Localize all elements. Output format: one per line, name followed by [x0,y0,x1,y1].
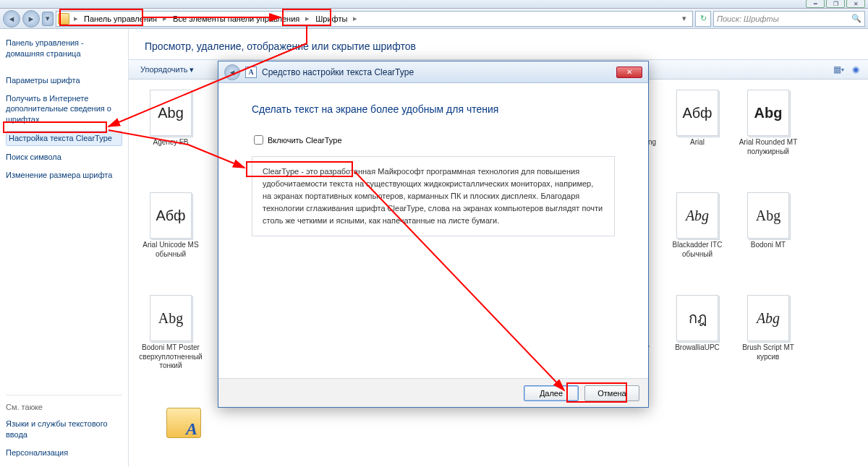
font-item[interactable]: АбфArial Unicode MS обычный [136,192,205,291]
cleartype-dialog: ◄ A Средство настройки текста ClearType … [218,61,649,408]
breadcrumb-item[interactable]: Все элементы панели управления [170,13,302,25]
font-thumbnail: Абф [676,90,718,136]
help-button[interactable]: ◉ [849,63,862,76]
font-thumbnail: Abg [150,90,192,136]
maximize-button[interactable]: ❐ [826,0,845,8]
refresh-button[interactable]: ↻ [695,11,711,27]
view-mode-button[interactable]: ▦▾ [832,63,845,76]
font-item[interactable]: AbgBodoni MT [733,192,803,291]
dialog-footer: Далее Отмена [218,378,648,407]
font-item[interactable]: AbgArial Rounded MT полужирный [733,90,803,188]
breadcrumb-item[interactable]: Панель управления [81,13,160,25]
font-thumbnail: Абф [150,192,192,239]
organize-label: Упорядочить [140,65,187,74]
close-button[interactable]: ✕ [846,0,865,8]
chevron-icon[interactable]: ▸ [352,14,359,23]
font-item[interactable]: AbgBlackadder ITC обычный [663,192,732,291]
organize-button[interactable]: Упорядочить ▾ [135,63,200,77]
search-input[interactable]: Поиск: Шрифты 🔍 [713,11,865,27]
dialog-close-button[interactable]: ✕ [616,67,642,78]
see-also-header: См. также [6,403,122,411]
address-row: ◄ ► ▾ ▸ Панель управления ▸ Все элементы… [0,9,868,29]
breadcrumb-item[interactable]: Шрифты [312,13,350,25]
font-thumbnail: Abg [747,295,789,341]
font-item[interactable]: AbgBrush Script MT курсив [733,295,803,393]
app-icon: A [245,67,257,78]
dialog-titlebar: ◄ A Средство настройки текста ClearType … [218,61,648,83]
font-item[interactable]: АбфArial [663,90,732,188]
dialog-heading: Сделать текст на экране более удобным дл… [252,103,615,115]
font-name-label: Bodoni MT [734,241,803,250]
cancel-button[interactable]: Отмена [584,385,639,401]
nav-forward-button[interactable]: ► [22,10,40,27]
page-title: Просмотр, удаление, отображение или скры… [129,29,868,59]
folder-icon [58,13,69,25]
nav-back-button[interactable]: ◄ [3,10,20,27]
font-name-label: Brush Script MT курсив [734,343,803,361]
font-name-label: Arial Rounded MT полужирный [734,138,803,156]
font-name-label: Blackadder ITC обычный [663,241,732,259]
font-thumbnail: กฎ [676,295,718,341]
minimize-button[interactable]: ━ [806,0,825,8]
address-bar[interactable]: ▸ Панель управления ▸ Все элементы панел… [56,11,693,27]
font-name-label: Agency FB [137,138,205,147]
see-also-link[interactable]: Персонализация [6,446,122,460]
sidebar: Панель управления - домашняя страница Па… [0,29,129,467]
font-item[interactable]: AbgBodoni MT Poster сверхуплотненный тон… [136,295,205,393]
sidebar-home-link[interactable]: Панель управления - домашняя страница [6,36,122,61]
sidebar-link-charmap[interactable]: Поиск символа [6,150,122,164]
font-name-label: Arial [663,138,732,147]
search-placeholder: Поиск: Шрифты [717,14,779,23]
font-item[interactable]: กฎBrowalliaUPC [663,295,732,393]
font-name-label: Bodoni MT Poster сверхуплотненный тонкий [137,343,205,371]
font-item[interactable]: AbgAgency FB [136,90,205,188]
chevron-down-icon: ▾ [190,65,194,74]
font-thumbnail: Abg [150,295,192,341]
font-thumbnail: Abg [747,192,789,239]
nav-history-button[interactable]: ▾ [42,12,54,26]
dialog-title-text: Средство настройки текста ClearType [262,67,414,77]
font-thumbnail: Abg [676,192,718,239]
sidebar-link-online-info[interactable]: Получить в Интернете дополнительные свед… [6,92,122,127]
sidebar-link-cleartype[interactable]: Настройка текста ClearType [6,131,122,146]
next-button[interactable]: Далее [524,385,579,401]
font-thumbnail: Abg [747,90,789,136]
address-dropdown[interactable]: ▾ [678,14,691,23]
see-also-link[interactable]: Языки и службы текстового ввода [6,417,122,442]
enable-cleartype-row[interactable]: Включить ClearType [254,135,615,145]
sidebar-link-font-size[interactable]: Изменение размера шрифта [6,168,122,182]
fonts-folder-icon: A [166,408,201,438]
search-icon: 🔍 [851,14,861,23]
font-name-label: BrowalliaUPC [663,343,732,353]
dialog-back-button[interactable]: ◄ [224,64,240,80]
sidebar-link-font-params[interactable]: Параметры шрифта [6,74,122,87]
chevron-icon[interactable]: ▸ [304,14,311,23]
chevron-icon[interactable]: ▸ [72,14,80,23]
chevron-icon[interactable]: ▸ [161,14,169,23]
font-name-label: Arial Unicode MS обычный [137,241,205,259]
enable-cleartype-label: Включить ClearType [268,136,342,145]
window-titlebar: ━ ❐ ✕ [0,0,868,9]
cleartype-description: ClearType - это разработанная Майкрософт… [252,156,615,236]
enable-cleartype-checkbox[interactable] [254,135,263,145]
